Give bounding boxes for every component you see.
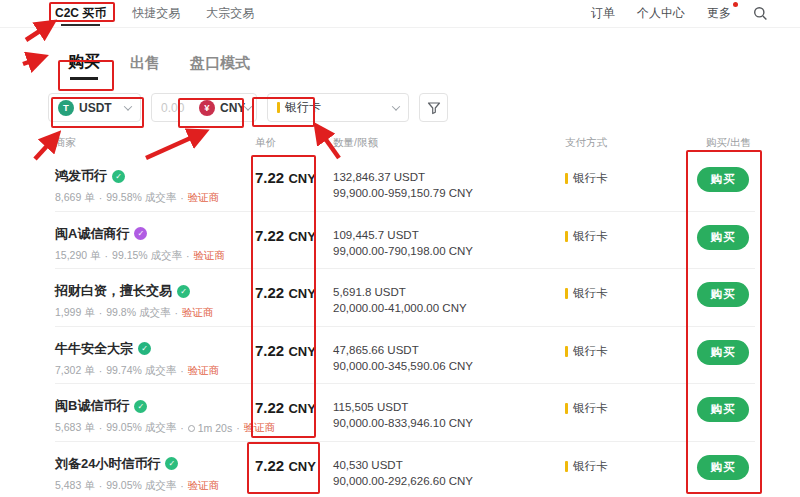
nav-item-c2c-buy[interactable]: C2C 买币 — [55, 0, 106, 27]
top-nav-left: C2C 买币 快捷交易 大宗交易 — [55, 0, 254, 27]
table-row: 刘备24小时信币行 ✓ 5,483 单 · 99.05% 成交率 · 验证商 7… — [55, 442, 755, 497]
price-currency: CNY — [288, 229, 315, 244]
price-value: 7.22 — [255, 284, 284, 301]
merchant-name[interactable]: 刘备24小时信币行 — [55, 455, 160, 473]
payment-cell: 银行卡 — [565, 340, 690, 359]
price-cell: 7.22 CNY — [255, 282, 333, 301]
completion-rate: 99.05% 成交率 — [106, 421, 176, 435]
quantity-cell: 5,691.8 USDT 20,000.00-41,000.00 CNY — [333, 282, 565, 316]
order-count: 5,483 单 — [55, 479, 95, 493]
nav-item-orders[interactable]: 订单 — [591, 5, 615, 22]
verified-merchant-tag[interactable]: 验证商 — [244, 421, 276, 435]
dot-separator: · — [99, 480, 103, 492]
completion-rate: 99.15% 成交率 — [112, 249, 182, 263]
release-time-value: 1m 20s — [198, 422, 232, 434]
table-row: 招财白资，擅长交易 ✓ 1,999 单 · 99.8% 成交率 · 验证商 7.… — [55, 269, 755, 327]
clock-icon — [188, 425, 195, 432]
tab-buy[interactable]: 购买 — [68, 52, 100, 80]
merchant-cell: 鸿发币行 ✓ 8,669 单 · 99.58% 成交率 · 验证商 — [55, 167, 255, 205]
payment-select[interactable]: 银行卡 — [267, 93, 409, 122]
filter-button[interactable] — [419, 93, 448, 122]
buy-button[interactable]: 购买 — [697, 397, 749, 422]
payment-cell: 银行卡 — [565, 455, 690, 474]
chevron-down-icon — [124, 102, 132, 110]
offers-table: 商家 单价 数量/限额 支付方式 购买/出售 鸿发币行 ✓ 8,669 单 · … — [55, 136, 755, 497]
payment-cell: 银行卡 — [565, 167, 690, 186]
merchant-stats: 5,483 单 · 99.05% 成交率 · 验证商 — [55, 479, 255, 493]
nav-item-profile[interactable]: 个人中心 — [637, 5, 685, 22]
dot-separator: · — [186, 250, 190, 262]
merchant-stats: 5,683 单 · 99.05% 成交率 · 1m 20s · 验证商 — [55, 421, 255, 435]
available-amount: 115,505 USDT — [333, 399, 565, 415]
nav-item-quick-trade[interactable]: 快捷交易 — [132, 0, 180, 27]
merchant-name[interactable]: 闽A诚信商行 — [55, 225, 129, 243]
tab-orderbook-mode[interactable]: 盘口模式 — [190, 54, 250, 80]
verified-merchant-tag[interactable]: 验证商 — [188, 191, 220, 205]
buy-button[interactable]: 购买 — [697, 282, 749, 307]
action-cell: 购买 — [690, 282, 755, 307]
price-currency: CNY — [288, 286, 315, 301]
buy-button[interactable]: 购买 — [697, 340, 749, 365]
order-count: 15,290 单 — [55, 249, 101, 263]
merchant-name[interactable]: 闽B诚信币行 — [55, 397, 129, 415]
verified-merchant-tag[interactable]: 验证商 — [182, 306, 214, 320]
verified-badge-icon: ✓ — [134, 227, 147, 240]
dot-separator: · — [99, 192, 103, 204]
table-row: 闽B诚信币行 ✓ 5,683 单 · 99.05% 成交率 · 1m 20s ·… — [55, 384, 755, 442]
merchant-stats: 1,999 单 · 99.8% 成交率 · 验证商 — [55, 306, 255, 320]
order-limit: 90,000.00-345,590.06 CNY — [333, 358, 565, 374]
table-row: 牛牛安全大宗 ✓ 7,302 单 · 99.74% 成交率 · 验证商 7.22… — [55, 327, 755, 385]
dot-separator: · — [180, 365, 184, 377]
price-currency: CNY — [288, 344, 315, 359]
available-amount: 5,691.8 USDT — [333, 284, 565, 300]
header-merchant: 商家 — [55, 136, 255, 150]
payment-cell: 银行卡 — [565, 397, 690, 416]
nav-item-more[interactable]: 更多 — [707, 5, 731, 22]
payment-method-label: 银行卡 — [573, 459, 608, 474]
available-amount: 132,846.37 USDT — [333, 169, 565, 185]
release-time: · 1m 20s — [176, 422, 232, 434]
merchant-name[interactable]: 招财白资，擅长交易 — [55, 282, 172, 300]
price-cell: 7.22 CNY — [255, 167, 333, 186]
buy-button[interactable]: 购买 — [697, 225, 749, 250]
completion-rate: 99.58% 成交率 — [106, 191, 176, 205]
verified-merchant-tag[interactable]: 验证商 — [188, 479, 220, 493]
dot-separator: · — [180, 192, 184, 204]
payment-method-icon — [277, 102, 280, 113]
merchant-stats: 8,669 单 · 99.58% 成交率 · 验证商 — [55, 191, 255, 205]
price-value: 7.22 — [255, 342, 284, 359]
tab-sell[interactable]: 出售 — [130, 54, 160, 80]
search-icon[interactable] — [753, 6, 768, 21]
table-row: 闽A诚信商行 ✓ 15,290 单 · 99.15% 成交率 · 验证商 7.2… — [55, 212, 755, 270]
price-value: 7.22 — [255, 457, 284, 474]
nav-item-block-trade[interactable]: 大宗交易 — [206, 0, 254, 27]
crypto-select[interactable]: T USDT — [48, 93, 141, 122]
order-count: 1,999 单 — [55, 306, 95, 320]
nav-item-more-label: 更多 — [707, 6, 731, 20]
dot-separator: · — [99, 422, 103, 434]
dot-separator: · — [180, 422, 184, 434]
buy-button[interactable]: 购买 — [697, 167, 749, 192]
payment-method-icon — [565, 403, 568, 414]
merchant-cell: 刘备24小时信币行 ✓ 5,483 单 · 99.05% 成交率 · 验证商 — [55, 455, 255, 493]
merchant-cell: 招财白资，擅长交易 ✓ 1,999 单 · 99.8% 成交率 · 验证商 — [55, 282, 255, 320]
merchant-stats: 7,302 单 · 99.74% 成交率 · 验证商 — [55, 364, 255, 378]
verified-badge-icon: ✓ — [138, 342, 151, 355]
amount-fiat-control[interactable]: ¥ CNY — [151, 93, 257, 122]
verified-merchant-tag[interactable]: 验证商 — [194, 249, 226, 263]
buy-button[interactable]: 购买 — [697, 455, 749, 480]
usdt-icon: T — [58, 100, 74, 116]
funnel-icon — [427, 101, 441, 115]
price-value: 7.22 — [255, 227, 284, 244]
price-cell: 7.22 CNY — [255, 455, 333, 474]
payment-method-label: 银行卡 — [573, 229, 608, 244]
merchant-name[interactable]: 牛牛安全大宗 — [55, 340, 133, 358]
filter-bar: T USDT ¥ CNY 银行卡 — [48, 93, 800, 122]
cny-icon: ¥ — [199, 100, 215, 116]
amount-input[interactable] — [161, 101, 195, 115]
merchant-cell: 牛牛安全大宗 ✓ 7,302 单 · 99.74% 成交率 · 验证商 — [55, 340, 255, 378]
chevron-down-icon — [392, 102, 400, 110]
trade-tabs: 购买 出售 盘口模式 — [68, 54, 800, 80]
verified-merchant-tag[interactable]: 验证商 — [188, 364, 220, 378]
merchant-name[interactable]: 鸿发币行 — [55, 167, 107, 185]
